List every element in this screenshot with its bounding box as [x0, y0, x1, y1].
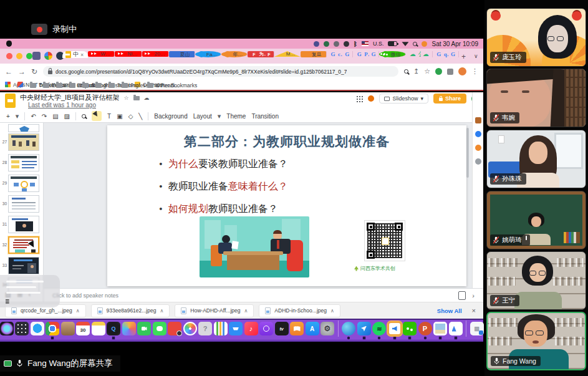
music-app[interactable]: ♪ [244, 322, 258, 335]
reload-button[interactable]: ↻ [31, 67, 37, 76]
zoom-window-button[interactable] [26, 53, 32, 59]
mountain-drive-app[interactable] [449, 322, 463, 335]
search-tabs-icon[interactable] [404, 69, 408, 74]
menu-window[interactable] [85, 40, 94, 47]
audio-share-app[interactable] [388, 322, 402, 335]
downloads-stack[interactable]: ▤ [470, 322, 484, 335]
menu-extra-icon[interactable] [334, 41, 339, 47]
bookmark-item[interactable]: PP [95, 83, 102, 87]
keynote-app[interactable] [229, 322, 243, 335]
google-slides-app-icon[interactable] [5, 94, 16, 108]
pinned-tab-icon[interactable] [32, 52, 41, 60]
transition-button[interactable]: Transition [251, 113, 279, 120]
launchpad-app[interactable] [15, 322, 29, 335]
bluetooth-icon[interactable]: ᛒ [354, 41, 357, 47]
menu-edit[interactable] [32, 40, 41, 47]
share-page-icon[interactable]: ↥ [413, 67, 419, 75]
last-edit-link[interactable]: Last edit was 1 hour ago [28, 102, 96, 108]
blue-sphere-app[interactable] [342, 322, 355, 335]
chrome-app[interactable] [46, 322, 59, 335]
new-tab-button[interactable]: + [461, 52, 466, 61]
pinned-tab-icon[interactable] [44, 52, 52, 60]
menu-view[interactable] [41, 40, 50, 47]
slide-thumbnail-32-selected[interactable] [8, 236, 39, 254]
slide-thumbnail-28[interactable] [8, 154, 39, 171]
red-badged-app[interactable] [168, 322, 181, 335]
share-button[interactable]: Share [433, 94, 466, 104]
facetime-app[interactable] [137, 322, 151, 335]
floating-toolbar-overlay[interactable]: ≣ [0, 275, 60, 307]
forward-button[interactable]: → [18, 67, 26, 76]
extension-dot-icon[interactable] [368, 95, 374, 102]
download-chevron-icon[interactable]: ∧ [330, 308, 334, 314]
bookmark-item[interactable]: School Business [82, 83, 89, 87]
download-chip[interactable]: 933ee8a961e2...jpeg ∧ [91, 304, 170, 317]
extensions-puzzle-icon[interactable] [447, 69, 453, 75]
textbox-tool-button[interactable]: T [107, 113, 111, 120]
select-tool-button[interactable] [92, 111, 102, 121]
tasks-panel-icon[interactable] [475, 145, 481, 151]
star-document-icon[interactable]: ☆ [124, 95, 129, 101]
background-button[interactable]: Background [154, 113, 187, 120]
menu-extra-orange-icon[interactable] [422, 41, 427, 47]
browser-tab[interactable]: My Dr [274, 51, 301, 57]
calendar-app[interactable]: 30 [76, 322, 90, 335]
bookmark-item[interactable]: Apps [5, 82, 11, 87]
participant-tile-pang-yuling[interactable]: 庞玉玲 [486, 8, 586, 67]
powerpoint-app[interactable]: P [418, 322, 432, 335]
show-all-downloads-button[interactable]: Show All [437, 307, 462, 314]
siri-app[interactable] [0, 322, 14, 335]
menu-chrome[interactable] [15, 40, 24, 47]
paper-plane-app[interactable] [357, 322, 371, 335]
slide-thumbnail-26-partial[interactable] [8, 124, 39, 132]
books-app[interactable] [290, 322, 304, 335]
browser-tab[interactable]: 中 × [62, 51, 88, 58]
download-chevron-icon[interactable]: ∧ [160, 308, 163, 314]
overlay-list-icon[interactable]: ≣ [5, 298, 10, 304]
layout-caret-icon[interactable]: ▾ [218, 112, 221, 120]
undo-button[interactable]: ↶ [31, 113, 36, 120]
calendar-panel-icon[interactable] [475, 117, 481, 123]
back-button[interactable]: ← [5, 67, 12, 76]
download-chevron-icon[interactable]: ∧ [244, 308, 248, 314]
apps-grid-icon[interactable] [356, 95, 363, 102]
slide-thumbnail-29[interactable] [8, 175, 39, 192]
participant-tile-fang-wang[interactable]: Fang Wang [486, 312, 586, 370]
document-status-cloud-icon[interactable]: ☁ [144, 95, 150, 101]
slide-thumbnail-33[interactable] [8, 257, 39, 274]
apple-logo-icon[interactable] [6, 41, 12, 47]
menu-extra-icon[interactable] [344, 41, 349, 47]
insert-image-button[interactable]: ▣ [117, 113, 122, 120]
close-downloads-bar-icon[interactable]: × [472, 307, 476, 314]
paint-format-button[interactable]: ▨ [64, 113, 70, 120]
menu-history[interactable] [50, 40, 59, 47]
bookmark-item[interactable]: PD - Project/Progr... [56, 83, 62, 87]
browser-tab[interactable]: 公众号 [406, 51, 433, 57]
browser-tab[interactable]: carbo [327, 51, 353, 57]
bookmark-item[interactable]: IBWork [69, 83, 75, 87]
input-source-label[interactable]: U.S. [373, 41, 384, 47]
slideshow-button[interactable]: Slideshow ▾ [379, 94, 428, 104]
minimize-window-button[interactable] [16, 53, 22, 59]
menu-bookmarks[interactable] [59, 40, 67, 47]
numbers-app[interactable] [214, 322, 228, 335]
close-window-button[interactable] [6, 53, 12, 59]
browser-tab[interactable]: Pres [353, 51, 379, 57]
browser-tab[interactable]: 微信 [379, 51, 405, 57]
messages-app[interactable] [153, 322, 166, 335]
spotlight-search-icon[interactable] [413, 42, 417, 46]
participant-tile-wang-ning[interactable]: 王宁 [486, 251, 586, 310]
insert-shape-button[interactable]: ◇ [128, 113, 133, 120]
layout-button[interactable]: Layout [193, 113, 212, 120]
home-app[interactable] [122, 322, 136, 335]
notes-app[interactable] [92, 322, 105, 335]
browser-tab[interactable]: 2021 [142, 51, 169, 57]
browser-tab[interactable]: 为你 [248, 51, 274, 57]
battery-icon[interactable] [388, 41, 397, 46]
browser-tab[interactable]: ques [433, 51, 459, 57]
menu-profiles[interactable] [67, 40, 76, 47]
browser-tab[interactable]: 年轻人 [221, 51, 248, 57]
speaker-notes-bar[interactable]: Click to add speaker notes › [44, 288, 483, 302]
keep-panel-icon[interactable] [475, 131, 481, 137]
contacts-app[interactable] [61, 322, 75, 335]
